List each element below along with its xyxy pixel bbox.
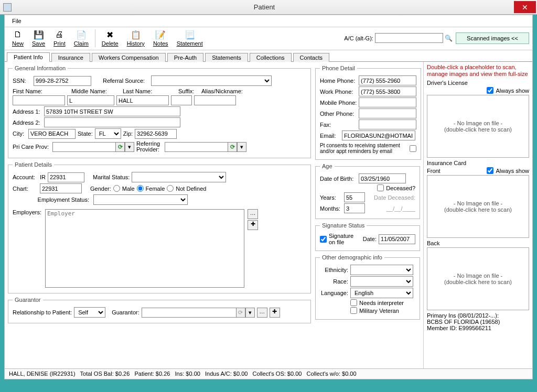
date-deceased-val: __/__/____ xyxy=(367,205,415,212)
gender-male-radio[interactable] xyxy=(113,185,120,192)
referring-input[interactable] xyxy=(165,142,228,152)
tab-collections[interactable]: Collections xyxy=(250,53,292,62)
tab-contacts[interactable]: Contacts xyxy=(293,53,329,62)
referral-label: Referral Source: xyxy=(103,78,149,84)
sig-legend: Signature Status xyxy=(320,222,367,228)
state-label: State: xyxy=(78,130,93,137)
years-label: Years: xyxy=(320,194,342,201)
months-label: Months: xyxy=(320,205,342,212)
address1-input[interactable] xyxy=(44,106,180,116)
gender-female-radio[interactable] xyxy=(137,185,144,192)
tab-patient-info[interactable]: Patient Info xyxy=(7,52,50,62)
suffix-input[interactable] xyxy=(171,95,192,105)
signature-date-input[interactable] xyxy=(379,234,415,244)
guarantor-legend: Guarantor xyxy=(13,297,43,303)
mobile-phone-label: Mobile Phone: xyxy=(320,100,357,106)
employers-list[interactable] xyxy=(45,209,244,288)
dob-input[interactable] xyxy=(359,173,406,183)
account-label: Account: xyxy=(13,174,38,180)
notdef-label: Not Defined xyxy=(176,186,206,192)
work-phone-input[interactable] xyxy=(359,86,416,96)
email-label: Email: xyxy=(320,133,340,139)
tab-workers-comp[interactable]: Workers Compensation xyxy=(92,53,166,62)
zip-label: Zip: xyxy=(123,130,133,137)
ssn-input[interactable] xyxy=(34,76,91,86)
mobile-phone-input[interactable] xyxy=(359,97,416,107)
home-phone-input[interactable] xyxy=(359,75,416,85)
drivers-license-title: Driver's License xyxy=(427,80,529,86)
status-cos: Collect's OS: $0.00 xyxy=(253,371,302,377)
email-input[interactable] xyxy=(342,130,415,140)
chart-input[interactable] xyxy=(40,183,82,193)
guarantor-add-button[interactable]: ✚ xyxy=(270,308,280,318)
ac-input[interactable] xyxy=(375,33,443,43)
status-osbal: Total OS Bal: $0.26 xyxy=(80,371,130,377)
last-name-input[interactable] xyxy=(116,95,169,105)
chevron-down-icon[interactable]: ▾ xyxy=(237,142,246,152)
statement-button[interactable]: 📃Statement xyxy=(173,28,207,48)
delete-button[interactable]: ✖Delete xyxy=(98,28,123,48)
alias-input[interactable] xyxy=(194,95,236,105)
ins-always-checkbox[interactable] xyxy=(487,167,493,174)
binoculars-icon[interactable]: 🔍 xyxy=(445,35,453,42)
state-select[interactable]: FL xyxy=(95,128,121,139)
account-input[interactable] xyxy=(48,172,84,182)
claim-button[interactable]: 📄Claim xyxy=(70,28,93,48)
pri-care-input[interactable] xyxy=(52,142,115,152)
employer-edit-button[interactable]: … xyxy=(248,209,258,219)
middle-name-input[interactable] xyxy=(67,95,114,105)
print-button[interactable]: 🖨Print xyxy=(49,28,70,48)
tab-insurance[interactable]: Insurance xyxy=(51,53,90,62)
employment-select[interactable] xyxy=(93,194,188,205)
close-button[interactable]: ✕ xyxy=(514,1,536,13)
ins-front-image-box[interactable]: - No Image on file - (double-click here … xyxy=(427,175,529,238)
veteran-checkbox[interactable] xyxy=(350,307,357,314)
first-name-input[interactable] xyxy=(13,95,65,105)
dl-image-box[interactable]: - No Image on file - (double-click here … xyxy=(427,95,529,158)
interpreter-checkbox[interactable] xyxy=(350,299,357,306)
zip-input[interactable] xyxy=(135,129,177,139)
history-button[interactable]: 📋History xyxy=(123,28,149,48)
chevron-down-icon[interactable]: ▾ xyxy=(125,142,134,152)
deceased-label: Deceased? xyxy=(386,185,415,191)
fax-label: Fax: xyxy=(320,122,357,128)
employers-label: Employers: xyxy=(13,209,43,215)
scanned-images-button[interactable]: Scanned images << xyxy=(456,32,529,44)
chevron-down-icon[interactable]: ▾ xyxy=(245,308,255,318)
guarantor-edit-button[interactable]: … xyxy=(257,308,267,318)
gender-notdef-radio[interactable] xyxy=(167,185,174,192)
referring-label: Referring Provider: xyxy=(136,141,163,153)
menu-file[interactable]: File xyxy=(8,17,26,25)
months-input[interactable] xyxy=(344,203,365,213)
save-button[interactable]: 💾Save xyxy=(28,28,49,48)
ins-back-image-box[interactable]: - No Image on file - (double-click here … xyxy=(427,247,529,310)
refresh-icon[interactable]: ⟳ xyxy=(228,142,237,152)
alias-label: Alias/Nickname: xyxy=(201,88,243,94)
save-icon: 💾 xyxy=(34,29,44,40)
notes-button[interactable]: 📝Notes xyxy=(149,28,173,48)
signature-checkbox[interactable] xyxy=(320,236,327,243)
relationship-select[interactable]: Self xyxy=(74,307,105,318)
language-select[interactable]: English xyxy=(350,288,413,298)
refresh-icon[interactable]: ⟳ xyxy=(236,308,245,318)
referral-source-select[interactable] xyxy=(151,75,272,86)
guarantor-input[interactable] xyxy=(142,308,236,318)
deceased-checkbox[interactable] xyxy=(377,184,384,191)
always-show-label: Always show xyxy=(496,168,529,174)
ethnicity-select[interactable] xyxy=(350,265,413,275)
marital-select[interactable] xyxy=(132,172,226,182)
address2-input[interactable] xyxy=(44,117,180,127)
refresh-icon[interactable]: ⟳ xyxy=(115,142,125,152)
employer-add-button[interactable]: ✚ xyxy=(248,220,258,230)
new-button[interactable]: 🗋New xyxy=(8,28,28,48)
consent-checkbox[interactable] xyxy=(410,145,416,152)
other-phone-input[interactable] xyxy=(359,108,416,118)
fax-input[interactable] xyxy=(359,119,416,129)
tab-statements[interactable]: Statements xyxy=(205,53,248,62)
city-input[interactable] xyxy=(28,129,76,139)
dl-always-checkbox[interactable] xyxy=(487,87,493,94)
tab-pre-auth[interactable]: Pre-Auth xyxy=(167,53,203,62)
statement-icon: 📃 xyxy=(185,29,195,40)
race-select[interactable] xyxy=(350,276,413,287)
years-input[interactable] xyxy=(344,192,365,202)
